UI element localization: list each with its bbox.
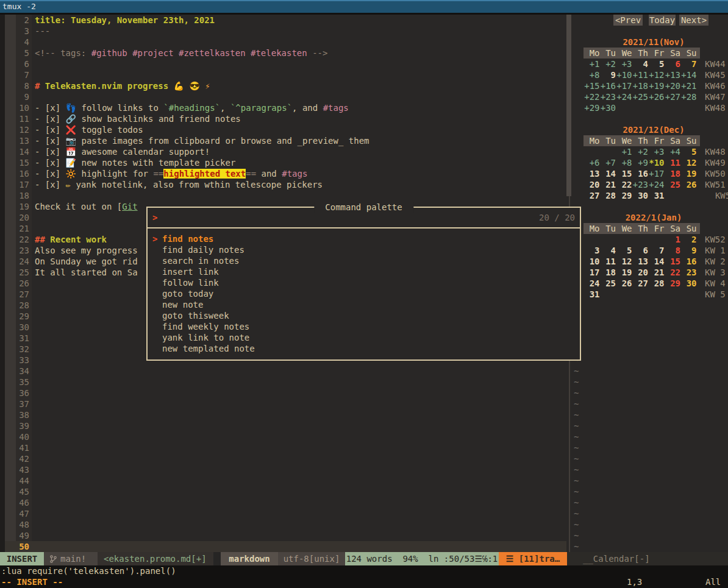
calendar-day[interactable]: 10 [583, 256, 600, 267]
palette-item[interactable]: yank link to note [148, 332, 580, 343]
calendar-day[interactable]: 30 [680, 278, 697, 289]
calendar-day[interactable]: 7 [680, 58, 697, 69]
calendar-day[interactable]: 25 [665, 179, 681, 190]
calendar-day[interactable]: 5 [616, 245, 632, 256]
calendar-day[interactable]: +25 [632, 91, 649, 102]
calendar-day[interactable]: 15 [665, 256, 681, 267]
calendar-day[interactable]: 9 [600, 69, 616, 80]
calendar-day[interactable]: +11 [632, 69, 649, 80]
calendar-day[interactable]: +2 [600, 58, 616, 69]
calendar-day[interactable]: +24 [616, 91, 632, 102]
calendar-day[interactable]: +23 [632, 179, 649, 190]
calendar-day[interactable]: 12 [616, 256, 632, 267]
calendar-day[interactable]: +28 [680, 91, 697, 102]
calendar-day[interactable]: +16 [600, 80, 616, 91]
calendar-day[interactable]: 12 [680, 157, 697, 168]
calendar-day[interactable]: 27 [583, 190, 600, 201]
command-line[interactable]: :lua require('telekasten').panel() [0, 565, 728, 576]
calendar-day[interactable]: 1 [665, 234, 681, 245]
palette-item[interactable]: search in notes [148, 255, 580, 266]
calendar-day[interactable]: +3 [616, 58, 632, 69]
calendar-day[interactable]: 6 [632, 245, 649, 256]
calendar-day[interactable]: 27 [632, 278, 649, 289]
calendar-day[interactable]: +7 [600, 157, 616, 168]
calendar-day[interactable]: 20 [632, 267, 649, 278]
calendar-day[interactable]: +9 [632, 157, 649, 168]
calendar-day[interactable]: +19 [648, 80, 665, 91]
calendar-day[interactable]: 16 [680, 256, 697, 267]
calendar-day[interactable]: 14 [600, 168, 616, 179]
calendar-day[interactable]: +17 [648, 168, 665, 179]
calendar-day[interactable]: 22 [616, 179, 632, 190]
calendar-day[interactable]: +24 [648, 179, 665, 190]
calendar-day[interactable]: +2 [632, 146, 649, 157]
calendar-day[interactable]: +3 [648, 146, 665, 157]
calendar-day[interactable]: 8 [665, 245, 681, 256]
calendar-day[interactable]: 28 [648, 278, 665, 289]
calendar-day[interactable]: 13 [583, 168, 600, 179]
calendar-day[interactable]: 18 [665, 168, 681, 179]
calendar-day[interactable]: 11 [600, 256, 616, 267]
calendar-day[interactable]: *10 [648, 157, 665, 168]
calendar-day[interactable]: 7 [648, 245, 665, 256]
calendar-day[interactable]: +13 [665, 69, 681, 80]
calendar-day[interactable]: +26 [648, 91, 665, 102]
calendar-day[interactable]: 20 [583, 179, 600, 190]
calendar-day[interactable]: 29 [616, 190, 632, 201]
calendar-day[interactable]: +8 [583, 69, 600, 80]
calendar-day[interactable]: +6 [583, 157, 600, 168]
calendar-day[interactable]: 25 [600, 278, 616, 289]
palette-item[interactable]: new note [148, 299, 580, 310]
calendar-day[interactable]: 28 [600, 190, 616, 201]
calendar-day[interactable]: 2 [680, 234, 697, 245]
calendar-prev-button[interactable]: <Prev [613, 15, 643, 26]
calendar-day[interactable]: 13 [632, 256, 649, 267]
calendar-day[interactable]: +18 [632, 80, 649, 91]
palette-item[interactable]: find daily notes [148, 244, 580, 255]
calendar-day[interactable]: 31 [583, 289, 600, 300]
palette-item[interactable]: goto today [148, 288, 580, 299]
calendar-day[interactable]: 4 [600, 245, 616, 256]
calendar-day[interactable]: +10 [616, 69, 632, 80]
calendar-day[interactable]: 18 [600, 267, 616, 278]
calendar-day[interactable]: 4 [632, 58, 649, 69]
calendar-day[interactable]: +22 [583, 91, 600, 102]
calendar-day[interactable]: +15 [583, 80, 600, 91]
calendar-next-button[interactable]: Next> [679, 15, 708, 26]
palette-item[interactable]: follow link [148, 277, 580, 288]
calendar-day[interactable]: +1 [616, 146, 632, 157]
calendar-day[interactable]: 6 [665, 58, 681, 69]
calendar-today-button[interactable]: Today [649, 15, 676, 26]
calendar-day[interactable]: +1 [583, 58, 600, 69]
calendar-day[interactable]: +29 [583, 102, 600, 113]
calendar-day[interactable]: +30 [600, 102, 616, 113]
calendar-day[interactable]: 22 [665, 267, 681, 278]
calendar-day[interactable]: 17 [583, 267, 600, 278]
palette-item[interactable]: >find notes [148, 233, 580, 244]
palette-item[interactable]: goto thisweek [148, 310, 580, 321]
calendar-day[interactable]: 26 [680, 179, 697, 190]
calendar-day[interactable]: +14 [680, 69, 697, 80]
calendar-day[interactable]: 5 [648, 58, 665, 69]
calendar-day[interactable]: 16 [632, 168, 649, 179]
calendar-day[interactable]: 26 [616, 278, 632, 289]
calendar-day[interactable]: 3 [583, 245, 600, 256]
calendar-day[interactable]: 11 [665, 157, 681, 168]
calendar-day[interactable]: 30 [632, 190, 649, 201]
calendar-day[interactable]: +20 [665, 80, 681, 91]
calendar-day[interactable]: +23 [600, 91, 616, 102]
palette-item[interactable]: find weekly notes [148, 321, 580, 332]
calendar-day[interactable]: 21 [600, 179, 616, 190]
calendar-day[interactable]: 19 [616, 267, 632, 278]
calendar-day[interactable]: 15 [616, 168, 632, 179]
calendar-day[interactable]: 14 [648, 256, 665, 267]
calendar-day[interactable]: +21 [680, 80, 697, 91]
calendar-day[interactable]: +8 [616, 157, 632, 168]
calendar-day[interactable]: +4 [665, 146, 681, 157]
calendar-day[interactable]: 24 [583, 278, 600, 289]
palette-item[interactable]: new templated note [148, 343, 580, 354]
calendar-day[interactable]: 29 [665, 278, 681, 289]
palette-item[interactable]: insert link [148, 266, 580, 277]
calendar-day[interactable]: 23 [680, 267, 697, 278]
calendar-day[interactable]: 19 [680, 168, 697, 179]
